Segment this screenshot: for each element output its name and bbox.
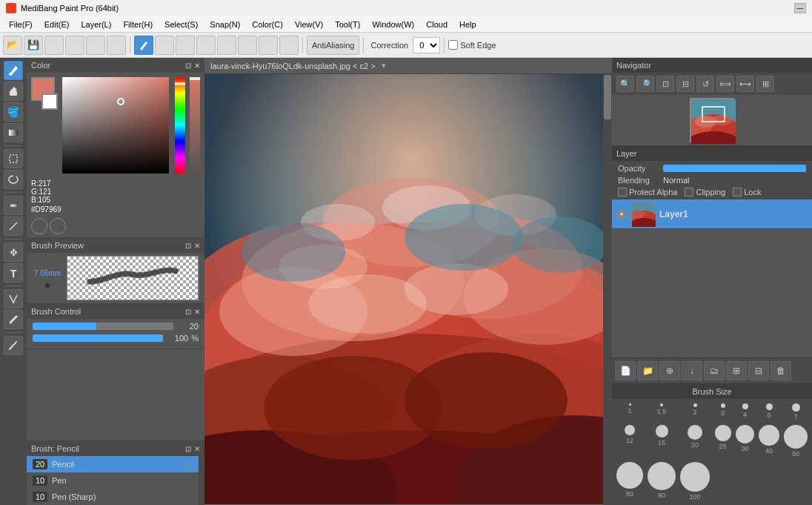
menu-layer[interactable]: Layer(L)	[75, 19, 117, 30]
layer-row-0[interactable]: ● Layer1	[612, 199, 812, 229]
layer-import-button[interactable]: ↓	[682, 361, 702, 380]
toolbar-close-button[interactable]: ✕	[86, 36, 105, 55]
layer-folder-button[interactable]: 🗂	[704, 361, 725, 380]
toolbar-flip-button[interactable]: ⟳	[259, 36, 278, 55]
nav-reset-button[interactable]: ⊞	[756, 76, 774, 92]
layer-delete-button[interactable]: 🗑	[771, 361, 791, 380]
nav-zoom100-button[interactable]: ⊟	[676, 76, 694, 92]
color-panel-close-icon[interactable]: ✕	[194, 62, 200, 70]
tool-pen[interactable]: ✒	[4, 196, 23, 215]
canvas-scroll-thumb[interactable]	[604, 75, 611, 119]
brush-row-pen[interactable]: 10 Pen	[27, 472, 199, 489]
nav-fit-button[interactable]: ⊡	[656, 76, 674, 92]
brush-size-cell-40[interactable]: 40	[757, 423, 781, 459]
brush-size-cell-1.5[interactable]: 1.5	[646, 402, 677, 422]
nav-zoom-in-button[interactable]: 🔍	[616, 76, 634, 92]
menu-window[interactable]: Window(W)	[366, 19, 420, 30]
brush-preview-close-icon[interactable]: ✕	[194, 242, 200, 250]
tool-brush[interactable]	[4, 61, 23, 80]
brush-list-close-icon[interactable]: ✕	[194, 445, 200, 453]
hue-strip[interactable]	[175, 77, 185, 174]
correction-select[interactable]: 0123	[413, 37, 440, 53]
tool-eyedropper[interactable]	[4, 310, 23, 329]
menu-file[interactable]: File(F)	[3, 19, 39, 30]
canvas-image[interactable]	[204, 74, 612, 504]
protect-alpha-checkbox[interactable]	[618, 188, 627, 197]
layer-grid-button[interactable]: ⊟	[748, 361, 769, 380]
toolbar-undo-undo[interactable]: ↩	[44, 36, 64, 55]
brush-control-expand-icon[interactable]: ⊡	[185, 308, 191, 316]
layer-add-button[interactable]: 📄	[615, 361, 636, 380]
toolbar-move-button[interactable]: ✥	[217, 36, 236, 55]
layer-duplicate-button[interactable]: ⊕	[659, 361, 680, 380]
swatch-circle-1[interactable]	[31, 218, 47, 234]
menu-select[interactable]: Select(S)	[159, 19, 204, 30]
toolbar-grid-button[interactable]: ⊞	[155, 36, 174, 55]
tool-eraser[interactable]	[4, 82, 23, 101]
canvas-scrollbar-vertical[interactable]	[603, 74, 612, 505]
brush-size-cell-3[interactable]: 3	[713, 402, 733, 422]
tool-select-lasso[interactable]	[4, 170, 23, 189]
layer-visibility-0[interactable]: ●	[616, 209, 627, 220]
brush-size-cell-7[interactable]: 7	[782, 402, 809, 422]
brush-size-cell-30[interactable]: 30	[734, 423, 756, 459]
alpha-strip[interactable]	[190, 77, 200, 174]
brush-row-pencil[interactable]: 20 Pencil ⚙	[27, 456, 199, 472]
tool-line[interactable]	[4, 217, 23, 236]
brush-pencil-settings-icon[interactable]: ⚙	[186, 461, 193, 469]
brush-size-cell-2[interactable]: 2	[679, 402, 711, 422]
brush-control-close-icon[interactable]: ✕	[194, 308, 200, 316]
toolbar-save-button[interactable]: 💾	[24, 36, 43, 55]
brush-size-cell-60[interactable]: 60	[615, 461, 645, 502]
layer-merge-button[interactable]: ⊞	[726, 361, 747, 380]
soft-edge-checkbox[interactable]	[448, 40, 458, 50]
menu-tool[interactable]: Tool(T)	[329, 19, 366, 30]
toolbar-grid2-button[interactable]: ⊟	[176, 36, 195, 55]
minimize-button[interactable]: —	[794, 3, 806, 13]
background-color[interactable]	[41, 93, 58, 110]
brush-size-cell-80[interactable]: 80	[646, 461, 677, 502]
toolbar-open-button[interactable]: 📂	[3, 36, 22, 55]
brush-opacity-slider-track[interactable]	[33, 334, 163, 342]
tool-transform[interactable]	[4, 289, 23, 308]
tool-gradient[interactable]	[4, 123, 23, 142]
brush-size-cell-100[interactable]: 100	[679, 461, 711, 502]
brush-size-cell-25[interactable]: 25	[713, 423, 733, 459]
menu-filter[interactable]: Filter(H)	[117, 19, 159, 30]
swatch-circle-2[interactable]	[50, 218, 66, 234]
toolbar-transform-button[interactable]: ✦	[196, 36, 216, 55]
brush-size-slider-track[interactable]	[33, 323, 173, 330]
tool-smudge[interactable]	[4, 336, 23, 355]
brush-size-cell-15[interactable]: 15	[646, 423, 677, 459]
layer-add-folder-button[interactable]: 📁	[637, 361, 658, 380]
toolbar-rotate-button[interactable]: ↺	[238, 36, 257, 55]
lock-checkbox[interactable]	[733, 188, 742, 197]
brush-list-scrollbar[interactable]	[199, 456, 204, 505]
menu-snap[interactable]: Snap(N)	[204, 19, 246, 30]
nav-rotate-button[interactable]: ↺	[696, 76, 714, 92]
nav-flip-v-button[interactable]: ⟷	[736, 76, 754, 92]
brush-size-cell-4[interactable]: 4	[734, 402, 756, 422]
nav-zoom-out-button[interactable]: 🔎	[636, 76, 654, 92]
toolbar-brush-button[interactable]	[134, 36, 153, 55]
clipping-checkbox[interactable]	[685, 188, 693, 197]
toolbar-prev-button[interactable]: ◀	[107, 36, 126, 55]
brush-size-cell-50[interactable]: 50	[782, 423, 809, 459]
menu-help[interactable]: Help	[453, 19, 482, 30]
tool-select-rect[interactable]	[4, 149, 23, 168]
brush-preview-expand-icon[interactable]: ⊡	[185, 242, 191, 250]
brush-size-cell-1[interactable]: 1	[615, 402, 645, 422]
toolbar-settings-button[interactable]: ⚙	[279, 36, 299, 55]
canvas-viewport[interactable]	[204, 74, 612, 505]
tool-move[interactable]: ✥	[4, 242, 23, 262]
brush-list-expand-icon[interactable]: ⊡	[185, 445, 191, 453]
menu-cloud[interactable]: Cloud	[420, 19, 453, 30]
menu-color[interactable]: Color(C)	[246, 19, 289, 30]
nav-flip-h-button[interactable]: ⟺	[716, 76, 734, 92]
brush-size-cell-12[interactable]: 12	[615, 423, 645, 459]
menu-edit[interactable]: Edit(E)	[39, 19, 76, 30]
layer-opacity-bar[interactable]	[663, 165, 806, 172]
brush-size-cell-20[interactable]: 20	[679, 423, 711, 459]
toolbar-redo-button[interactable]: ↪	[65, 36, 84, 55]
color-panel-expand-icon[interactable]: ⊡	[185, 62, 191, 70]
